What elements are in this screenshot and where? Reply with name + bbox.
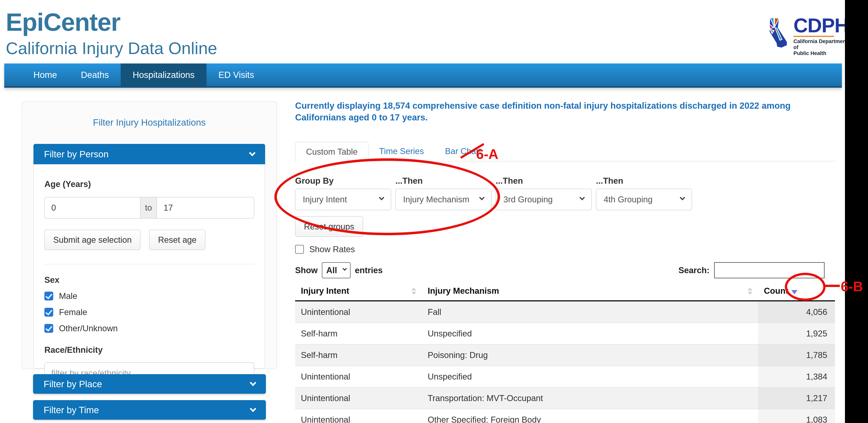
sex-option-other: Other/Unknown (44, 323, 254, 333)
results-table: Injury Intent Injury Mechanism Count (295, 281, 835, 423)
main-nav: Home Deaths Hospitalizations ED Visits (4, 63, 842, 88)
age-max-input[interactable] (157, 197, 254, 219)
search-input[interactable] (714, 262, 825, 278)
submit-age-button[interactable]: Submit age selection (44, 230, 141, 250)
tab-time-series[interactable]: Time Series (369, 141, 434, 161)
age-range-group: to (44, 197, 254, 219)
reset-groups-button[interactable]: Reset groups (295, 217, 363, 237)
cdph-logo: CDPH California Department of Public Hea… (766, 17, 835, 50)
screenshot-black-edge (845, 0, 868, 423)
sex-option-male: Male (44, 291, 254, 301)
filter-by-place-label: Filter by Place (43, 379, 102, 389)
column-header-injury-intent[interactable]: Injury Intent (295, 281, 422, 301)
chevron-down-icon (250, 379, 256, 386)
other-unknown-checkbox-label: Other/Unknown (59, 323, 118, 333)
filter-by-person-label: Filter by Person (44, 149, 108, 160)
grouping-selects: Injury Intent Injury Mechanism 3rd Group… (295, 189, 835, 210)
then-label: ...Then (395, 176, 491, 186)
table-row[interactable]: Self-harm Unspecified 1,925 (295, 323, 835, 344)
filter-by-place-header[interactable]: Filter by Place (33, 374, 266, 394)
male-checkbox[interactable] (44, 292, 53, 301)
chevron-down-icon (250, 405, 256, 412)
table-row[interactable]: Unintentional Unspecified 1,384 (295, 366, 835, 388)
main-content: Currently displaying 18,574 comprehensiv… (295, 100, 835, 423)
age-range-connector: to (141, 197, 157, 219)
column-header-count[interactable]: Count (758, 281, 835, 301)
grouping-select-3-value: 3rd Grouping (503, 195, 553, 204)
filter-by-time-label: Filter by Time (43, 405, 99, 415)
show-rates-option: Show Rates (295, 245, 835, 254)
annotation-label-6b: 6-B (841, 279, 863, 294)
filter-by-time-header[interactable]: Filter by Time (33, 400, 266, 420)
other-unknown-checkbox[interactable] (44, 324, 53, 333)
show-rates-checkbox[interactable] (295, 245, 304, 254)
search-label: Search: (679, 265, 710, 275)
chevron-down-icon (680, 195, 685, 200)
page-subtitle: California Injury Data Online (6, 38, 217, 58)
sex-option-female: Female (44, 307, 254, 317)
chevron-down-icon (379, 195, 384, 200)
page-title: EpiCenter (6, 8, 120, 36)
chevron-down-icon (479, 195, 485, 200)
nav-item-ed-visits[interactable]: ED Visits (207, 63, 266, 86)
sort-icon (748, 288, 752, 295)
cdph-acronym: CDPH (794, 17, 848, 34)
tab-custom-table[interactable]: Custom Table (295, 142, 369, 161)
group-by-label: Group By (295, 176, 391, 186)
race-ethnicity-label: Race/Ethnicity (44, 345, 254, 355)
age-label: Age (Years) (44, 164, 254, 189)
grouping-select-2[interactable]: Injury Mechanism (395, 189, 491, 210)
page-length-value: All (326, 265, 337, 275)
male-checkbox-label: Male (59, 291, 77, 301)
grouping-labels: Group By ...Then ...Then ...Then (295, 176, 835, 186)
chevron-down-icon (580, 195, 585, 200)
grouping-select-3[interactable]: 3rd Grouping (496, 189, 592, 210)
nav-item-home[interactable]: Home (22, 63, 69, 86)
grouping-select-2-value: Injury Mechanism (403, 195, 469, 204)
nav-item-deaths[interactable]: Deaths (69, 63, 121, 86)
chevron-down-icon (249, 150, 255, 156)
column-header-injury-mechanism[interactable]: Injury Mechanism (422, 281, 758, 301)
annotation-line (825, 285, 840, 287)
filter-by-person-body: Age (Years) to Submit age selection Rese… (33, 164, 265, 369)
table-search: Search: (679, 262, 825, 278)
sex-label: Sex (44, 275, 254, 285)
table-row[interactable]: Self-harm Poisoning: Drug 1,785 (295, 344, 835, 366)
female-checkbox-label: Female (59, 307, 87, 317)
annotation-label-6a: 6-A (476, 146, 498, 162)
length-prefix: Show (295, 265, 317, 275)
logo-dept-line1: California Department of (794, 38, 848, 50)
logo-dept-line2: Public Health (794, 50, 848, 56)
then-label: ...Then (596, 176, 692, 186)
filter-by-person-header[interactable]: Filter by Person (33, 144, 265, 164)
grouping-select-1-value: Injury Intent (303, 195, 347, 204)
grouping-select-1[interactable]: Injury Intent (295, 189, 391, 210)
grouping-select-4[interactable]: 4th Grouping (596, 189, 692, 210)
filter-panel: Filter Injury Hospitalizations Filter by… (22, 102, 277, 369)
table-row[interactable]: Unintentional Other Specified: Foreign B… (295, 409, 835, 423)
filter-panel-title: Filter Injury Hospitalizations (22, 117, 277, 128)
table-header-row: Injury Intent Injury Mechanism Count (295, 281, 835, 301)
female-checkbox[interactable] (44, 308, 53, 317)
table-row[interactable]: Unintentional Transportation: MVT-Occupa… (295, 388, 835, 409)
page: EpiCenter California Injury Data Online … (0, 0, 868, 423)
page-length-select[interactable]: All (322, 262, 351, 278)
results-summary: Currently displaying 18,574 comprehensiv… (295, 100, 835, 123)
page-length-control: Show All entries (295, 262, 383, 278)
grouping-select-4-value: 4th Grouping (603, 195, 652, 204)
age-min-input[interactable] (44, 197, 141, 219)
divider (44, 264, 254, 264)
california-state-icon (766, 17, 791, 49)
sort-icon (411, 288, 416, 295)
length-suffix: entries (355, 265, 382, 275)
logo-rule (794, 36, 834, 37)
then-label: ...Then (496, 176, 592, 186)
table-row[interactable]: Unintentional Fall 4,056 (295, 301, 835, 323)
reset-age-button[interactable]: Reset age (149, 230, 206, 250)
show-rates-label: Show Rates (309, 245, 355, 254)
view-tabs: Custom Table Time Series Bar Chart (295, 141, 835, 161)
nav-item-hospitalizations[interactable]: Hospitalizations (121, 63, 206, 86)
table-controls: Show All entries Search: (295, 262, 835, 278)
filter-by-person-section: Filter by Person Age (Years) to Submit a… (33, 144, 265, 369)
sort-descending-icon (792, 290, 798, 294)
